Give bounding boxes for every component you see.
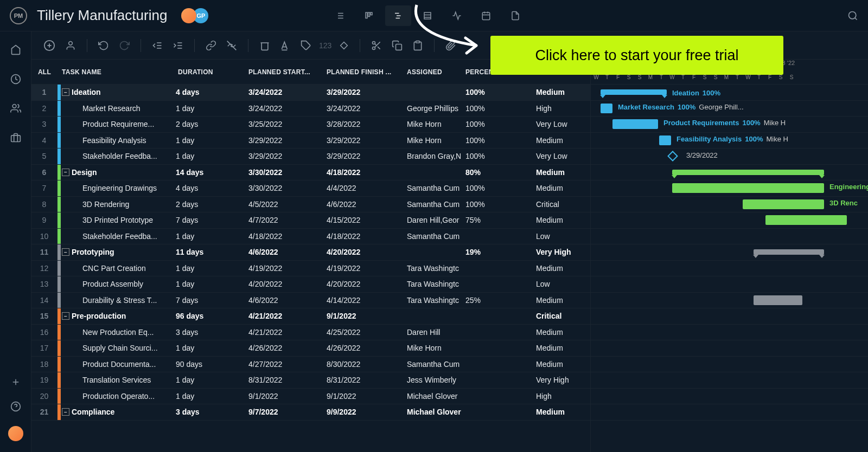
- cell-planned-finish[interactable]: 4/25/2022: [327, 328, 407, 337]
- search-icon[interactable]: [847, 10, 858, 21]
- gantt-row[interactable]: [591, 165, 868, 181]
- table-row[interactable]: 10Stakeholder Feedba...1 day4/18/20224/1…: [31, 229, 590, 245]
- plus-icon[interactable]: [11, 377, 21, 387]
- row-number[interactable]: 19: [31, 372, 58, 388]
- cell-assigned[interactable]: Daren Hill: [407, 328, 465, 337]
- row-number[interactable]: 11: [31, 244, 58, 260]
- gantt-bar[interactable]: 3D Renc: [743, 199, 824, 209]
- cell-assigned[interactable]: Mike Horn: [407, 120, 465, 128]
- cta-banner[interactable]: Click here to start your free trial: [490, 36, 783, 75]
- cell-duration[interactable]: 14 days: [176, 168, 248, 177]
- cell-duration[interactable]: 11 days: [176, 248, 248, 256]
- add-circle-icon[interactable]: [41, 37, 58, 54]
- cell-duration[interactable]: 1 day: [176, 392, 248, 401]
- cell-priority[interactable]: Medium: [536, 216, 590, 224]
- cell-priority[interactable]: Medium: [536, 328, 590, 337]
- cell-planned-start[interactable]: 4/6/2022: [248, 248, 327, 256]
- cell-planned-start[interactable]: 3/29/2022: [248, 136, 327, 145]
- row-number[interactable]: 1: [31, 85, 58, 100]
- cell-planned-finish[interactable]: 4/18/2022: [327, 232, 407, 241]
- row-number[interactable]: 3: [31, 117, 58, 132]
- table-row[interactable]: 1−Ideation4 days3/24/20223/29/2022100%Me…: [31, 85, 590, 101]
- cell-assigned[interactable]: Tara Washingtc: [407, 264, 465, 273]
- cell-assigned[interactable]: Jess Wimberly: [407, 376, 465, 384]
- cell-planned-finish[interactable]: 8/31/2022: [327, 376, 407, 384]
- cell-priority[interactable]: Critical: [536, 200, 590, 209]
- cell-duration[interactable]: 1 day: [176, 344, 248, 352]
- cell-duration[interactable]: 1 day: [176, 152, 248, 160]
- trash-icon[interactable]: [257, 38, 272, 53]
- avatar-1[interactable]: [181, 8, 196, 23]
- gantt-row[interactable]: [591, 293, 868, 309]
- table-row[interactable]: 2Market Research1 day3/24/20223/24/2022G…: [31, 101, 590, 117]
- cell-percent[interactable]: 100%: [465, 184, 536, 192]
- cell-assigned[interactable]: George Phillips: [407, 104, 465, 113]
- gantt-bar[interactable]: Feasibility Analysis100%Mike H: [659, 135, 671, 145]
- number-format[interactable]: 123: [319, 41, 331, 50]
- cell-task-name[interactable]: Stakeholder Feedba...: [61, 152, 176, 160]
- table-row[interactable]: 12CNC Part Creation1 day4/19/20224/19/20…: [31, 261, 590, 277]
- cell-planned-start[interactable]: 4/18/2022: [248, 232, 327, 241]
- person-icon[interactable]: [63, 38, 78, 53]
- cell-percent[interactable]: 100%: [465, 200, 536, 209]
- cell-planned-finish[interactable]: 4/15/2022: [327, 216, 407, 224]
- cell-percent[interactable]: 100%: [465, 120, 536, 128]
- cell-planned-start[interactable]: 3/24/2022: [248, 88, 327, 96]
- cell-priority[interactable]: Medium: [536, 136, 590, 145]
- cell-duration[interactable]: 4 days: [176, 184, 248, 192]
- cell-planned-finish[interactable]: 3/29/2022: [327, 152, 407, 160]
- view-list-icon[interactable]: [327, 5, 353, 26]
- recent-icon[interactable]: [10, 74, 21, 85]
- cell-priority[interactable]: Medium: [536, 360, 590, 369]
- cell-planned-finish[interactable]: 3/28/2022: [327, 120, 407, 128]
- row-number[interactable]: 7: [31, 180, 58, 196]
- cell-planned-finish[interactable]: 4/20/2022: [327, 280, 407, 288]
- cell-assigned[interactable]: Samantha Cum: [407, 200, 465, 209]
- cell-priority[interactable]: Medium: [536, 88, 590, 96]
- cell-planned-start[interactable]: 3/29/2022: [248, 152, 327, 160]
- cell-task-name[interactable]: −Design: [61, 168, 176, 177]
- cell-planned-start[interactable]: 3/24/2022: [248, 104, 327, 113]
- table-row[interactable]: 15−Pre-production96 days4/21/20229/1/202…: [31, 308, 590, 325]
- gantt-body[interactable]: Ideation100%Market Research100%George Ph…: [591, 85, 868, 421]
- project-title[interactable]: Tillery Manufacturing: [37, 7, 167, 24]
- cell-planned-finish[interactable]: 4/20/2022: [327, 248, 407, 256]
- cell-duration[interactable]: 1 day: [176, 264, 248, 273]
- gantt-chart[interactable]: n, 20 '22MAR, 27 '22APR, 3 '22 WTFSSMTWT…: [590, 60, 868, 452]
- col-header-name[interactable]: TASK NAME: [58, 68, 176, 76]
- home-icon[interactable]: [10, 44, 21, 55]
- row-number[interactable]: 16: [31, 325, 58, 340]
- undo-icon[interactable]: [96, 38, 111, 53]
- help-icon[interactable]: [10, 401, 21, 412]
- cell-duration[interactable]: 2 days: [176, 200, 248, 209]
- row-number[interactable]: 10: [31, 229, 58, 244]
- cell-planned-finish[interactable]: 9/9/2022: [327, 408, 407, 416]
- cell-task-name[interactable]: −Prototyping: [61, 248, 176, 256]
- cell-planned-start[interactable]: 9/7/2022: [248, 408, 327, 416]
- cell-duration[interactable]: 3 days: [176, 328, 248, 337]
- gantt-bar[interactable]: [754, 295, 802, 305]
- briefcase-icon[interactable]: [10, 132, 21, 143]
- gantt-row[interactable]: [591, 308, 868, 325]
- cell-duration[interactable]: 3 days: [176, 408, 248, 416]
- cell-percent[interactable]: 100%: [465, 136, 536, 145]
- cell-priority[interactable]: Medium: [536, 168, 590, 177]
- cell-planned-start[interactable]: 4/21/2022: [248, 312, 327, 320]
- collapse-icon[interactable]: −: [62, 408, 69, 416]
- gantt-row[interactable]: [591, 404, 868, 421]
- table-row[interactable]: 17Supply Chain Sourci...1 day4/26/20224/…: [31, 340, 590, 357]
- cell-task-name[interactable]: CNC Part Creation: [61, 264, 176, 273]
- gantt-row[interactable]: [591, 340, 868, 357]
- cell-planned-start[interactable]: 4/6/2022: [248, 296, 327, 305]
- cell-task-name[interactable]: Product Documenta...: [61, 360, 176, 369]
- cell-task-name[interactable]: Production Operato...: [61, 392, 176, 401]
- cell-task-name[interactable]: Supply Chain Sourci...: [61, 344, 176, 352]
- cell-priority[interactable]: Very Low: [536, 152, 590, 160]
- cell-assigned[interactable]: Michael Glover: [407, 392, 465, 401]
- cell-priority[interactable]: Low: [536, 232, 590, 241]
- collapse-icon[interactable]: −: [62, 88, 69, 96]
- gantt-row[interactable]: Product Requirements100%Mike H: [591, 117, 868, 133]
- table-row[interactable]: 7Engineering Drawings4 days3/30/20224/4/…: [31, 180, 590, 197]
- cell-assigned[interactable]: Samantha Cum: [407, 232, 465, 241]
- cell-planned-finish[interactable]: 4/18/2022: [327, 168, 407, 177]
